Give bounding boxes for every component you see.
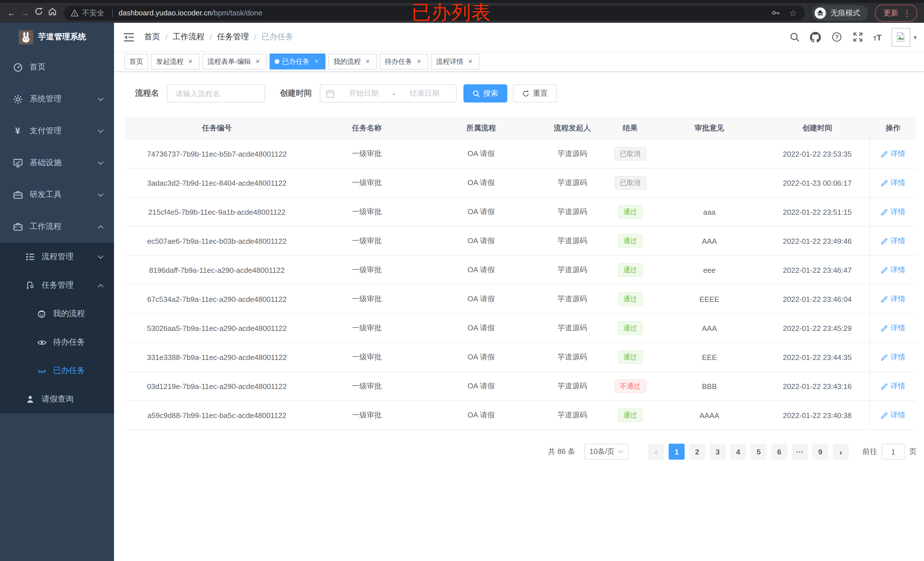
page-number-button[interactable]: 2 [689,444,705,459]
cell-comment: EEE [653,343,765,372]
cell-comment: aaa [653,197,765,226]
incognito-icon [816,9,824,17]
page-size-select[interactable]: 10条/页 [584,444,629,459]
table-row: 3adac3d2-7b9d-11ec-8404-acde48001122 一级审… [125,168,916,197]
user-avatar-dropdown[interactable]: ▾ [891,28,916,46]
breadcrumb-home[interactable]: 首页 [144,32,160,42]
detail-link[interactable]: 详情 [881,178,906,188]
detail-link[interactable]: 详情 [881,207,906,217]
close-icon[interactable]: × [466,57,474,66]
sidebar-item-done-tasks[interactable]: 已办任务 [0,356,114,385]
browser-back-button[interactable]: ← [4,6,18,19]
browser-menu-icon[interactable]: ⋮ [903,8,911,17]
view-tab[interactable]: 待办任务 × [380,54,428,69]
help-button[interactable]: ? [831,31,842,43]
sidebar-item-dev-tools[interactable]: 研发工具 [0,179,114,211]
sidebar-item-home[interactable]: 首页 [0,51,114,83]
chevron-up-icon [98,283,104,287]
incognito-label: 无痕模式 [831,8,860,18]
view-tab[interactable]: 流程表单-编辑 × [202,54,267,69]
edit-pencil-icon [881,411,888,419]
view-tab[interactable]: 发起流程 × [151,54,200,69]
sidebar-item-my-process[interactable]: 我的流程 [0,299,114,328]
sidebar-fold-button[interactable] [123,31,135,43]
sidebar-item-label: 基础设施 [30,158,62,168]
jumper-input[interactable] [882,444,904,459]
search-button-form[interactable]: 搜索 [464,84,507,103]
search-icon [789,32,800,42]
fullscreen-button[interactable] [852,31,863,43]
detail-link[interactable]: 详情 [881,352,906,362]
cell-process: OA 请假 [424,314,537,343]
detail-link[interactable]: 详情 [881,410,906,420]
cell-comment: AAA [653,314,765,343]
sidebar-item-payment[interactable]: ¥ 支付管理 [0,115,114,147]
column-header: 任务编号 [125,117,309,139]
detail-link[interactable]: 详情 [881,236,906,246]
browser-home-button[interactable] [46,6,59,19]
sidebar-item-task-management[interactable]: 任务管理 [0,271,114,299]
sidebar-item-system[interactable]: 系统管理 [0,83,114,115]
sidebar-item-label: 系统管理 [30,94,62,104]
cell-initiator: 芋道源码 [537,343,607,372]
page-number-button[interactable]: 9 [812,444,828,459]
tab-label: 首页 [129,57,143,66]
bookmark-star-icon[interactable]: ☆ [789,8,797,18]
prev-page-button[interactable]: ‹ [648,444,664,459]
view-tab[interactable]: 我的流程 × [328,54,377,69]
cell-task-id: 215cf4e5-7b9b-11ec-9a1b-acde48001122 [125,197,309,226]
view-tab[interactable]: 首页 [124,54,148,69]
browser-reload-button[interactable] [32,6,46,19]
page-number-button[interactable]: ··· [792,444,808,459]
github-button[interactable] [810,31,821,43]
browser-update-button[interactable]: 更新 ⋮ [875,4,917,21]
page-number-button[interactable]: 5 [751,444,766,459]
edit-pencil-icon [881,353,888,361]
font-size-button[interactable]: TT [873,33,882,41]
sidebar-item-process-management[interactable]: 流程管理 [0,242,114,271]
browser-forward-button[interactable]: → [18,6,32,19]
sidebar-item-infrastructure[interactable]: 基础设施 [0,147,114,179]
close-icon[interactable]: × [364,57,372,66]
close-icon[interactable]: × [254,57,262,66]
detail-link[interactable]: 详情 [881,381,906,391]
page-number-button[interactable]: 1 [669,444,685,459]
page-number-button[interactable]: 3 [710,444,726,459]
sidebar-item-todo-tasks[interactable]: 待办任务 [0,328,114,356]
chevron-down-icon [98,97,104,101]
view-tab[interactable]: 已办任务 × [270,54,326,69]
status-badge: 不通过 [614,379,646,393]
page-number-button[interactable]: 4 [730,444,746,459]
sidebar-item-workflow[interactable]: 工作流程 [0,211,114,242]
close-icon[interactable]: × [415,57,423,66]
fold-icon [123,32,135,42]
status-badge: 通过 [618,234,643,248]
sidebar: 芋道管理系统 首页 系统管理 ¥ 支付管理 基础设施 [0,23,114,561]
detail-link[interactable]: 详情 [881,294,906,304]
detail-link[interactable]: 详情 [881,149,906,159]
close-icon[interactable]: × [186,57,194,66]
chevron-down-icon [98,193,104,197]
detail-link[interactable]: 详情 [881,323,906,333]
breadcrumb-workflow[interactable]: 工作流程 [173,32,205,42]
process-name-input[interactable] [174,88,258,98]
detail-link[interactable]: 详情 [881,265,906,275]
user-icon [25,395,35,404]
date-range-picker[interactable]: 开始日期 - 结束日期 [320,84,457,103]
table-row: 67c534a2-7b9a-11ec-a290-acde48001122 一级审… [125,284,916,314]
app-logo-row[interactable]: 芋道管理系统 [0,23,114,51]
dashboard-icon [12,62,23,72]
close-icon[interactable]: × [312,57,320,66]
reset-button[interactable]: 重置 [513,84,557,103]
key-icon[interactable] [770,8,780,18]
breadcrumb-task-management[interactable]: 任务管理 [217,32,249,42]
sidebar-item-leave-query[interactable]: 请假查询 [0,385,114,413]
process-list-icon [25,252,35,262]
page-number-button[interactable]: 6 [771,444,787,459]
next-page-button[interactable]: › [833,444,849,459]
edit-pencil-icon [881,179,888,187]
sidebar-item-label: 请假查询 [42,394,74,404]
view-tab[interactable]: 流程详情 × [431,54,479,69]
search-button[interactable] [789,31,800,43]
column-header: 任务名称 [309,117,424,139]
